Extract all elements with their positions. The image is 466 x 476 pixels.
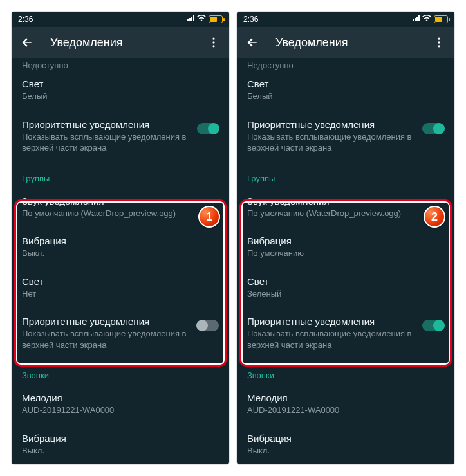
setting-title: Приоритетные уведомления [22, 316, 191, 327]
section-groups: Группы [237, 162, 454, 187]
svg-point-4 [438, 41, 440, 43]
setting-desc: Показывать всплывающие уведомления в вер… [247, 131, 416, 154]
setting-title: Вибрация [22, 235, 219, 246]
setting-value: AUD-20191221-WA0000 [247, 405, 444, 416]
setting-light[interactable]: Свет Нет [12, 268, 229, 308]
setting-value: Белый [22, 91, 219, 102]
setting-value: По умолчанию (WaterDrop_preview.ogg) [247, 208, 444, 219]
setting-desc: Показывать всплывающие уведомления в вер… [22, 328, 191, 351]
setting-value: Зеленый [247, 288, 444, 300]
priority-toggle[interactable] [197, 320, 219, 331]
setting-title: Звук уведомления [247, 196, 444, 206]
setting-value: AUD-20191221-WA0000 [22, 405, 219, 416]
setting-value: Выкл. [247, 445, 444, 457]
setting-title: Свет [247, 276, 444, 287]
signal-icon [187, 15, 194, 24]
setting-priority-groups[interactable]: Приоритетные уведомления Показывать вспл… [12, 307, 229, 359]
svg-point-5 [438, 45, 440, 47]
battery-icon [209, 15, 223, 23]
unavailable-label: Недоступно [12, 58, 229, 70]
unavailable-label: Недоступно [237, 58, 454, 70]
setting-desc: Показывать всплывающие уведомления в вер… [22, 131, 191, 154]
section-groups: Группы [12, 162, 229, 187]
setting-title: Звук уведомления [22, 196, 219, 206]
appbar-title: Уведомления [275, 36, 416, 50]
setting-value: Выкл. [22, 445, 219, 457]
priority-toggle[interactable] [197, 123, 219, 134]
signal-icon [412, 15, 420, 24]
app-bar: Уведомления [237, 27, 454, 58]
phone-left: 2:36 Уведомления Недоступно Свет Белый П… [12, 12, 229, 464]
setting-title: Вибрация [247, 235, 444, 246]
wifi-icon [197, 15, 206, 24]
svg-point-3 [438, 38, 440, 40]
status-bar: 2:36 [12, 12, 229, 27]
priority-toggle[interactable] [422, 320, 444, 331]
setting-value: Нет [22, 288, 219, 300]
priority-toggle[interactable] [422, 123, 444, 134]
status-time: 2:36 [18, 15, 33, 24]
svg-point-1 [212, 41, 214, 43]
status-bar: 2:36 [237, 12, 454, 27]
setting-call-vibration[interactable]: Вибрация Выкл. [12, 425, 229, 464]
setting-title: Вибрация [247, 433, 444, 444]
setting-priority-top[interactable]: Приоритетные уведомления Показывать вспл… [12, 111, 229, 162]
setting-light-top[interactable]: Свет Белый [237, 70, 454, 111]
status-time: 2:36 [243, 15, 258, 24]
setting-title: Свет [22, 78, 219, 89]
setting-title: Мелодия [22, 392, 219, 403]
more-icon[interactable] [427, 31, 451, 54]
setting-title: Свет [247, 78, 444, 89]
setting-value: Выкл. [22, 248, 219, 259]
setting-priority-top[interactable]: Приоритетные уведомления Показывать вспл… [237, 111, 454, 162]
setting-title: Приоритетные уведомления [247, 316, 416, 327]
appbar-title: Уведомления [50, 36, 191, 50]
setting-vibration[interactable]: Вибрация По умолчанию [237, 227, 454, 268]
setting-value: По умолчанию [247, 248, 444, 259]
svg-point-0 [212, 38, 214, 40]
annotation-badge-2: 2 [424, 206, 445, 228]
setting-sound[interactable]: Звук уведомления По умолчанию (WaterDrop… [12, 187, 229, 228]
settings-list: Недоступно Свет Белый Приоритетные уведо… [237, 58, 454, 464]
section-calls: Звонки [237, 359, 454, 384]
battery-icon [434, 15, 448, 23]
setting-ringtone[interactable]: Мелодия AUD-20191221-WA0000 [12, 384, 229, 425]
setting-value: Белый [247, 91, 444, 102]
setting-title: Вибрация [22, 433, 219, 444]
setting-desc: Показывать всплывающие уведомления в вер… [247, 328, 416, 351]
setting-light[interactable]: Свет Зеленый [237, 268, 454, 308]
setting-title: Приоритетные уведомления [247, 119, 416, 130]
setting-call-vibration[interactable]: Вибрация Выкл. [237, 425, 454, 464]
annotation-badge-1: 1 [198, 206, 220, 228]
setting-sound[interactable]: Звук уведомления По умолчанию (WaterDrop… [237, 187, 454, 228]
section-calls: Звонки [12, 359, 229, 384]
setting-ringtone[interactable]: Мелодия AUD-20191221-WA0000 [237, 384, 454, 425]
setting-value: По умолчанию (WaterDrop_preview.ogg) [22, 208, 219, 219]
setting-vibration[interactable]: Вибрация Выкл. [12, 227, 229, 268]
more-icon[interactable] [202, 31, 225, 54]
setting-light-top[interactable]: Свет Белый [12, 70, 229, 111]
setting-priority-groups[interactable]: Приоритетные уведомления Показывать вспл… [237, 307, 454, 359]
phone-right: 2:36 Уведомления Недоступно Свет Белый П… [237, 12, 454, 464]
wifi-icon [422, 15, 431, 24]
settings-list: Недоступно Свет Белый Приоритетные уведо… [12, 58, 229, 464]
setting-title: Свет [22, 276, 219, 287]
svg-point-2 [212, 45, 214, 47]
setting-title: Приоритетные уведомления [22, 119, 191, 130]
back-icon[interactable] [241, 31, 264, 54]
setting-title: Мелодия [247, 392, 444, 403]
app-bar: Уведомления [12, 27, 229, 58]
back-icon[interactable] [15, 31, 39, 54]
